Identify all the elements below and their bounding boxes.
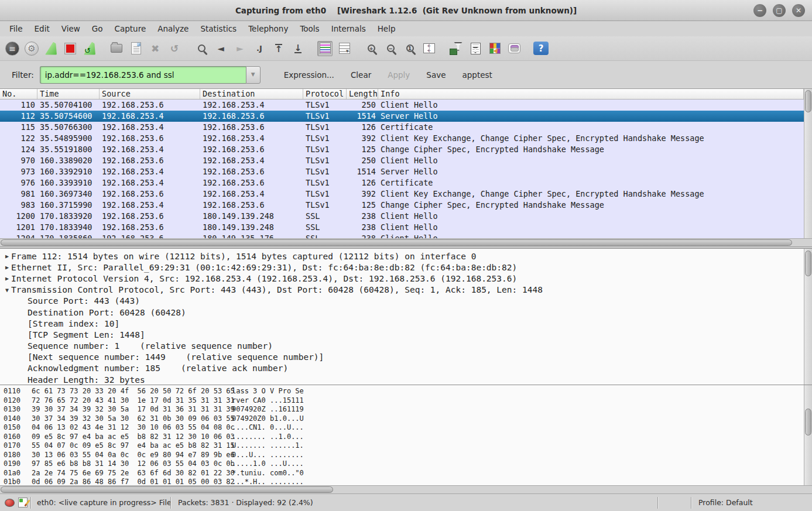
close-button[interactable]: ✕ xyxy=(792,4,805,17)
collapsed-triangle-icon[interactable]: ▶ xyxy=(3,264,11,270)
column-header-source[interactable]: Source xyxy=(100,89,200,99)
minimize-button[interactable]: − xyxy=(753,4,766,17)
detail-line[interactable]: Destination Port: 60428 (60428) xyxy=(0,307,812,318)
scrollbar-thumb[interactable] xyxy=(805,90,811,112)
menu-file[interactable]: File xyxy=(4,22,29,35)
column-header-destination[interactable]: Destination xyxy=(200,89,303,99)
capture-options-icon[interactable]: ⚙ xyxy=(24,41,39,56)
packet-row[interactable]: 973160.3392910192.168.253.4192.168.253.6… xyxy=(0,166,804,177)
hex-row[interactable]: 015004 06 13 02 43 4e 31 12 30 10 06 03 … xyxy=(4,423,812,433)
packet-row[interactable]: 11235.50754600192.168.253.4192.168.253.6… xyxy=(0,111,804,122)
packet-row[interactable]: 976160.3393910192.168.253.4192.168.253.6… xyxy=(0,177,804,188)
detail-line[interactable]: Acknowledgment number: 185 (relative ack… xyxy=(0,363,812,374)
menu-capture[interactable]: Capture xyxy=(109,22,152,35)
column-header-length[interactable]: Length xyxy=(347,89,378,99)
packet-list-vertical-scrollbar[interactable] xyxy=(804,89,812,238)
menu-tools[interactable]: Tools xyxy=(294,22,325,35)
column-header-no[interactable]: No. xyxy=(0,89,37,99)
list-interfaces-icon[interactable]: ≡ xyxy=(5,41,20,56)
hex-row[interactable]: 014030 37 34 39 32 30 5a 30 62 31 0b 30 … xyxy=(4,414,812,424)
maximize-button[interactable]: ▢ xyxy=(773,4,786,17)
display-filter-dialog-icon[interactable] xyxy=(468,41,483,56)
hex-row[interactable]: 012072 76 65 72 20 43 41 30 1e 17 0d 31 … xyxy=(4,396,812,406)
colorize-packet-list-icon[interactable] xyxy=(317,41,333,56)
detail-line[interactable]: Sequence number: 1 (relative sequence nu… xyxy=(0,341,812,352)
detail-line[interactable]: Header Length: 32 bytes xyxy=(0,374,812,385)
hex-row[interactable]: 01b00d 06 09 2a 86 48 86 f7 0d 01 01 01 … xyxy=(4,478,812,485)
hex-row[interactable]: 013039 30 37 34 39 32 30 5a 17 0d 31 36 … xyxy=(4,405,812,414)
detail-line[interactable]: Source Port: 443 (443) xyxy=(0,296,812,307)
apptest-button[interactable]: apptest xyxy=(454,67,500,83)
menu-help[interactable]: Help xyxy=(372,22,402,35)
packet-list-horizontal-scrollbar[interactable] xyxy=(0,238,812,246)
restart-capture-icon[interactable]: ↺ xyxy=(82,41,97,56)
packet-row[interactable]: 970160.3389020192.168.253.6192.168.253.4… xyxy=(0,155,804,166)
zoom-100-icon[interactable]: 1 xyxy=(402,41,417,56)
column-header-time[interactable]: Time xyxy=(37,89,100,99)
hex-horizontal-scrollbar[interactable] xyxy=(0,485,812,493)
detail-line[interactable]: [Stream index: 10] xyxy=(0,318,812,329)
resize-columns-icon[interactable] xyxy=(422,41,437,56)
hex-row[interactable]: 01a02a 2e 74 75 6e 69 75 2e 63 6f 6d 30 … xyxy=(4,469,812,478)
capture-comment-icon[interactable] xyxy=(18,498,28,507)
hex-row[interactable]: 01106c 61 73 73 20 33 20 4f 56 20 50 72 … xyxy=(4,387,812,396)
menu-internals[interactable]: Internals xyxy=(326,22,372,35)
zoom-in-icon[interactable]: + xyxy=(364,41,379,56)
display-filter-input[interactable]: ip.addr==192.168.253.6 and ssl xyxy=(40,66,246,84)
packet-row[interactable]: 1200170.1833920192.168.253.6180.149.139.… xyxy=(0,211,804,222)
packet-row[interactable]: 1204170.1835860192.168.253.6180.149.135.… xyxy=(0,233,804,238)
scrollbar-thumb[interactable] xyxy=(1,486,333,493)
menu-go[interactable]: Go xyxy=(86,22,109,35)
stop-capture-icon[interactable] xyxy=(63,41,78,56)
scrollbar-thumb[interactable] xyxy=(805,251,811,276)
detail-line[interactable]: ▶Frame 112: 1514 bytes on wire (12112 bi… xyxy=(0,251,812,262)
hex-vertical-scrollbar[interactable] xyxy=(804,385,812,485)
collapsed-triangle-icon[interactable]: ▶ xyxy=(3,253,11,259)
find-packet-icon[interactable] xyxy=(194,41,209,56)
coloring-rules-icon[interactable] xyxy=(487,41,502,56)
hex-row[interactable]: 018030 13 06 03 55 04 0a 0c 0c e9 80 94 … xyxy=(4,451,812,460)
detail-line[interactable]: [Next sequence number: 1449 (relative se… xyxy=(0,352,812,363)
menu-analyze[interactable]: Analyze xyxy=(152,22,194,35)
hex-row[interactable]: 016009 e5 8c 97 e4 ba ac e5 b8 82 31 12 … xyxy=(4,433,812,442)
column-header-protocol[interactable]: Protocol xyxy=(303,89,347,99)
detail-line[interactable]: ▼Transmission Control Protocol, Src Port… xyxy=(0,284,812,296)
scrollbar-thumb[interactable] xyxy=(805,409,811,435)
detail-line[interactable]: [TCP Segment Len: 1448] xyxy=(0,329,812,340)
details-vertical-scrollbar[interactable] xyxy=(804,249,812,385)
save-button[interactable]: Save xyxy=(418,67,454,83)
reload-capture-file-icon[interactable]: ↺ xyxy=(167,41,182,56)
apply-button[interactable]: Apply xyxy=(379,67,418,83)
help-contents-icon[interactable]: ? xyxy=(533,42,549,55)
zoom-out-icon[interactable]: − xyxy=(383,41,398,56)
packet-row[interactable]: 12435.55191800192.168.253.4192.168.253.6… xyxy=(0,144,804,155)
capture-filter-dialog-icon[interactable] xyxy=(448,41,464,56)
go-to-packet-icon[interactable]: .J xyxy=(252,41,267,56)
expression--button[interactable]: Expression... xyxy=(276,67,342,83)
clear-button[interactable]: Clear xyxy=(342,67,379,83)
packet-row[interactable]: 983160.3715990192.168.253.4192.168.253.6… xyxy=(0,200,804,211)
packet-row[interactable]: 11035.50704100192.168.253.6192.168.253.4… xyxy=(0,100,804,111)
packet-row[interactable]: 11535.50766300192.168.253.4192.168.253.6… xyxy=(0,122,804,133)
detail-line[interactable]: ▶Ethernet II, Src: Parallel_69:29:31 (00… xyxy=(0,262,812,273)
packet-row[interactable]: 1201170.1833940192.168.253.6180.149.139.… xyxy=(0,222,804,233)
hex-row[interactable]: 019097 85 e6 b8 b8 31 14 30 12 06 03 55 … xyxy=(4,459,812,469)
hex-row[interactable]: 017055 04 07 0c 09 e5 8c 97 e4 ba ac e5 … xyxy=(4,441,812,451)
close-capture-file-icon[interactable]: ✖ xyxy=(148,41,163,56)
go-forward-icon[interactable]: ► xyxy=(232,41,248,56)
go-to-bottom-icon[interactable]: ↓ xyxy=(290,41,306,56)
open-capture-file-icon[interactable] xyxy=(109,41,124,56)
scrollbar-thumb[interactable] xyxy=(1,239,792,246)
detail-line[interactable]: ▶Internet Protocol Version 4, Src: 192.1… xyxy=(0,273,812,284)
menu-statistics[interactable]: Statistics xyxy=(194,22,242,35)
preferences-icon[interactable] xyxy=(506,41,522,56)
filter-dropdown-button[interactable]: ▼ xyxy=(246,66,261,84)
go-back-icon[interactable]: ◄ xyxy=(213,41,228,56)
auto-scroll-icon[interactable] xyxy=(337,41,352,56)
menu-edit[interactable]: Edit xyxy=(29,22,56,35)
menu-telephony[interactable]: Telephony xyxy=(242,22,294,35)
menu-view[interactable]: View xyxy=(56,22,86,35)
column-header-info[interactable]: Info xyxy=(378,89,804,99)
go-to-top-icon[interactable]: ↑ xyxy=(271,41,286,56)
save-capture-file-icon[interactable] xyxy=(128,41,143,56)
